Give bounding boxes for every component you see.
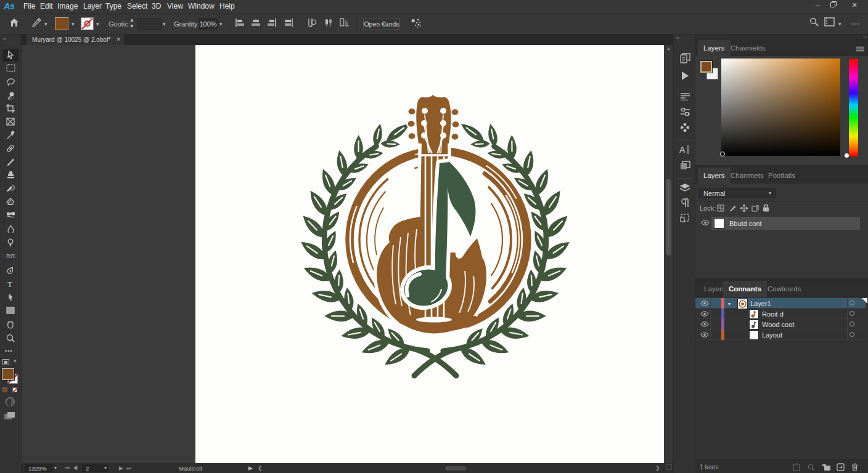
- svg-text:RЯ3: RЯ3: [6, 253, 15, 259]
- svg-text:T: T: [7, 280, 12, 288]
- svg-text:A: A: [679, 145, 686, 155]
